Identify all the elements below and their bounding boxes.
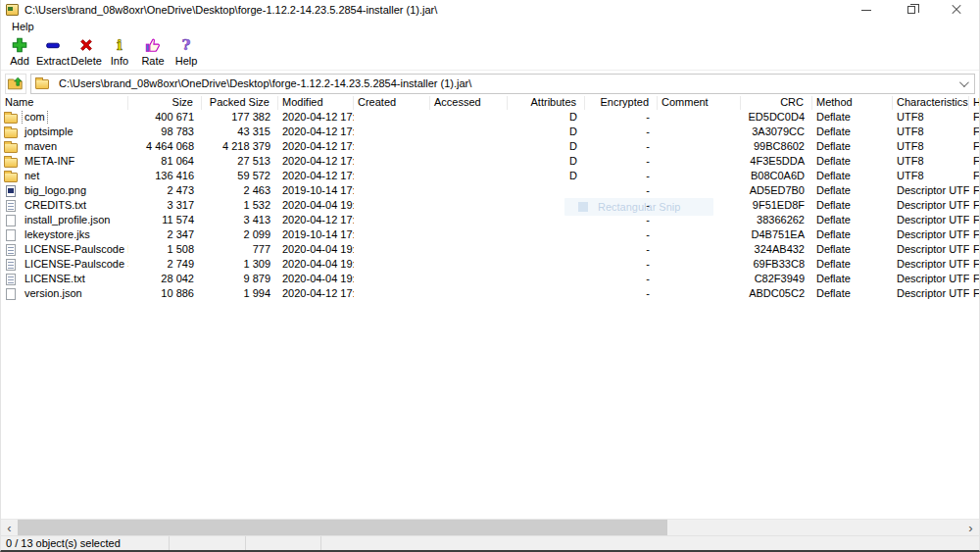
scrollbar-track[interactable] xyxy=(18,520,962,535)
column-header-created[interactable]: Created xyxy=(354,96,430,110)
address-combobox[interactable]: C:\Users\brand_08w8oxr\OneDrive\Desktop\… xyxy=(30,74,975,94)
snip-ghost-label: Rectangular Snip xyxy=(598,201,680,213)
table-row[interactable]: version.json10 8861 9942020-04-12 17:58-… xyxy=(1,286,979,301)
column-header-size[interactable]: Size xyxy=(128,96,202,110)
cell-characteristics: UTF8 xyxy=(893,139,969,154)
column-header-characteristics[interactable]: Characteristics xyxy=(893,96,969,110)
cell-crc: 9F51ED8F xyxy=(741,198,812,213)
file-name: META-INF xyxy=(23,154,76,169)
cell-size: 28 042 xyxy=(128,272,202,286)
delete-button[interactable]: Delete xyxy=(70,35,103,67)
file-name: LICENSE.txt xyxy=(23,272,87,286)
cell-host: FA xyxy=(969,183,979,198)
table-row[interactable]: big_logo.png2 4732 4632019-10-14 17:15-A… xyxy=(1,183,979,198)
column-header-crc[interactable]: CRC xyxy=(741,96,812,110)
toolbar: Add Extract Delete i Info xyxy=(1,33,979,71)
file-icon xyxy=(6,229,16,241)
cell-host: FA xyxy=(969,257,979,272)
column-header-method[interactable]: Method xyxy=(812,96,893,110)
table-row[interactable]: META-INF81 06427 5132020-04-12 17:58D-4F… xyxy=(1,154,979,169)
table-row[interactable]: LICENSE-Paulscode IBX...1 5087772020-04-… xyxy=(1,242,979,257)
scroll-left-arrow-icon[interactable]: ‹ xyxy=(1,520,18,535)
cell-comment xyxy=(658,110,741,125)
table-row[interactable]: CREDITS.txt3 3171 5322020-04-04 19:18-9F… xyxy=(1,198,979,213)
table-row[interactable]: install_profile.json11 5743 4132020-04-1… xyxy=(1,213,979,227)
horizontal-scrollbar[interactable]: ‹ › xyxy=(1,519,979,535)
image-icon xyxy=(6,185,16,197)
minimize-button[interactable] xyxy=(844,0,889,20)
cell-characteristics: Descriptor UTF8 xyxy=(893,272,969,286)
cell-method: Deflate xyxy=(812,272,893,286)
cell-characteristics: UTF8 xyxy=(893,110,969,125)
cell-created xyxy=(354,154,430,169)
column-header-comment[interactable]: Comment xyxy=(658,96,741,110)
up-one-level-button[interactable] xyxy=(5,74,26,94)
help-label: Help xyxy=(175,55,198,67)
table-row[interactable]: com400 671177 3822020-04-12 17:58D-ED5DC… xyxy=(1,110,979,125)
cell-encrypted: - xyxy=(585,242,658,257)
text-icon xyxy=(6,200,16,212)
cell-size: 136 416 xyxy=(128,169,202,183)
column-header-accessed[interactable]: Accessed xyxy=(430,96,508,110)
scrollbar-thumb[interactable] xyxy=(18,520,667,535)
table-row[interactable]: lekeystore.jks2 3472 0992019-10-14 17:15… xyxy=(1,227,979,242)
cell-crc: 324AB432 xyxy=(741,242,812,257)
folder-icon xyxy=(4,173,18,182)
column-header-packed-size[interactable]: Packed Size xyxy=(202,96,278,110)
cell-comment xyxy=(658,286,741,301)
help-button[interactable]: ? Help xyxy=(170,35,203,67)
cell-crc: 3A3079CC xyxy=(741,125,812,139)
cell-size: 81 064 xyxy=(128,154,202,169)
svg-text:i: i xyxy=(117,36,122,54)
cell-characteristics: Descriptor UTF8 xyxy=(893,242,969,257)
cell-method: Deflate xyxy=(812,169,893,183)
cell-size: 2 749 xyxy=(128,257,202,272)
column-header-name[interactable]: Name xyxy=(1,96,128,110)
menu-item-help[interactable]: Help xyxy=(9,21,37,32)
info-label: Info xyxy=(111,55,128,67)
title-bar: C:\Users\brand_08w8oxr\OneDrive\Desktop\… xyxy=(1,0,979,20)
add-button[interactable]: Add xyxy=(3,35,36,67)
cell-host: FA xyxy=(969,125,979,139)
cell-created xyxy=(354,272,430,286)
cell-created xyxy=(354,242,430,257)
cell-attributes: D xyxy=(508,154,585,169)
cell-characteristics: Descriptor UTF8 xyxy=(893,213,969,227)
cell-modified: 2020-04-12 17:58 xyxy=(278,110,354,125)
cell-accessed xyxy=(430,169,508,183)
cell-encrypted: - xyxy=(585,139,658,154)
extract-button[interactable]: Extract xyxy=(36,35,70,67)
chevron-down-icon[interactable] xyxy=(959,77,969,87)
cell-method: Deflate xyxy=(812,139,893,154)
cell-attributes: D xyxy=(508,125,585,139)
info-button[interactable]: i Info xyxy=(103,35,136,67)
cell-packed: 27 513 xyxy=(202,154,278,169)
table-row[interactable]: LICENSE.txt28 0429 8792020-04-04 19:18-C… xyxy=(1,272,979,286)
cell-accessed xyxy=(430,183,508,198)
column-header-encrypted[interactable]: Encrypted xyxy=(585,96,658,110)
cell-accessed xyxy=(430,257,508,272)
table-row[interactable]: maven4 464 0684 218 3792020-04-12 17:58D… xyxy=(1,139,979,154)
restore-button[interactable] xyxy=(889,0,934,20)
cell-crc: ABDC05C2 xyxy=(741,286,812,301)
column-header-modified[interactable]: Modified xyxy=(278,96,354,110)
cell-method: Deflate xyxy=(812,125,893,139)
status-pane-4 xyxy=(321,536,979,550)
cell-modified: 2019-10-14 17:15 xyxy=(278,183,354,198)
scroll-right-arrow-icon[interactable]: › xyxy=(962,520,979,535)
cell-attributes xyxy=(508,286,585,301)
close-button[interactable] xyxy=(934,0,979,20)
rate-button[interactable]: Rate xyxy=(136,35,170,67)
cell-characteristics: UTF8 xyxy=(893,125,969,139)
table-row[interactable]: LICENSE-Paulscode Sou...2 7491 3092020-0… xyxy=(1,257,979,272)
cell-comment xyxy=(658,169,741,183)
cell-attributes xyxy=(508,227,585,242)
cell-created xyxy=(354,110,430,125)
cell-accessed xyxy=(430,213,508,227)
column-header-attributes[interactable]: Attributes xyxy=(508,96,585,110)
cell-packed: 9 879 xyxy=(202,272,278,286)
column-header-h[interactable]: H xyxy=(969,96,979,110)
file-name: LICENSE-Paulscode IBX... xyxy=(23,242,128,257)
table-row[interactable]: net136 41659 5722020-04-12 17:58D-B08C0A… xyxy=(1,169,979,183)
table-row[interactable]: joptsimple98 78343 3152020-04-12 17:58D-… xyxy=(1,125,979,139)
